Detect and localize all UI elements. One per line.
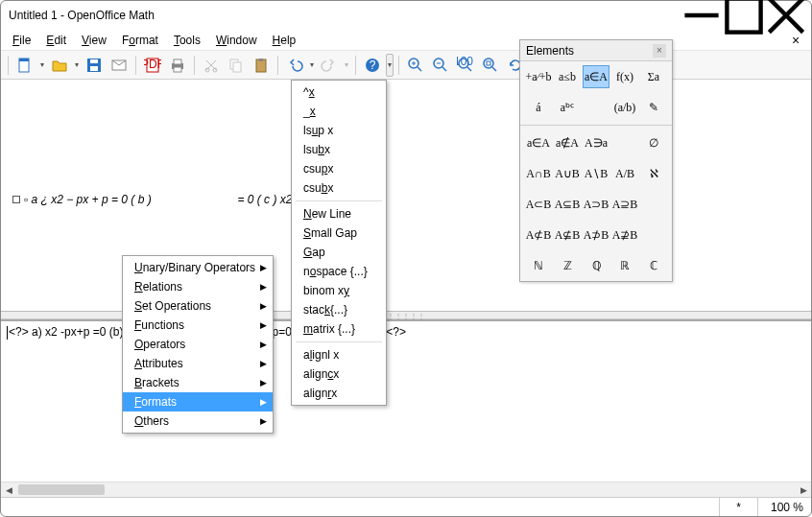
- copy-icon[interactable]: [225, 54, 248, 77]
- horizontal-scrollbar[interactable]: ◀ ▶: [1, 482, 811, 497]
- open-icon[interactable]: [48, 54, 71, 77]
- fmt-item-gap[interactable]: Gap: [292, 243, 386, 262]
- redo-dropdown[interactable]: ▾: [343, 54, 350, 77]
- elements-cell[interactable]: A⊉B: [611, 223, 638, 247]
- print-icon[interactable]: [166, 54, 189, 77]
- save-icon[interactable]: [83, 54, 106, 77]
- menu-file[interactable]: File: [5, 32, 38, 49]
- svg-rect-10: [174, 59, 181, 64]
- selection-handle-left[interactable]: [12, 196, 20, 203]
- elements-cell[interactable]: ℂ: [640, 254, 667, 277]
- elements-cell[interactable]: A∩B: [525, 162, 552, 185]
- elements-cell[interactable]: ℵ: [640, 162, 667, 185]
- ctx-item-others[interactable]: Others▶: [123, 411, 273, 431]
- zoom-page-icon[interactable]: [479, 54, 502, 77]
- minimize-button[interactable]: [681, 2, 723, 29]
- paste-icon[interactable]: [250, 54, 273, 77]
- cut-icon[interactable]: [200, 54, 223, 77]
- ctx-item-attributes[interactable]: Attributes▶: [123, 354, 273, 373]
- ctx-item-unary-binary-operators[interactable]: Unary/Binary Operators▶: [123, 258, 273, 277]
- elements-cell[interactable]: aᵇᶜ: [554, 96, 581, 119]
- menu-edit[interactable]: Edit: [38, 32, 74, 49]
- elements-cell[interactable]: ℤ: [554, 254, 581, 277]
- elements-cell[interactable]: A⊃B: [583, 193, 609, 216]
- close-document-button[interactable]: ×: [784, 33, 807, 48]
- elements-cell[interactable]: a∈A: [525, 131, 552, 154]
- fmt-item-csub-x[interactable]: csub x: [292, 178, 386, 198]
- elements-cell[interactable]: A∋a: [583, 131, 609, 154]
- help-icon[interactable]: ?: [361, 54, 384, 77]
- elements-cell[interactable]: A∪B: [554, 162, 581, 185]
- elements-cell[interactable]: A⊇B: [611, 193, 638, 216]
- menu-help[interactable]: Help: [265, 32, 304, 49]
- menu-view[interactable]: View: [74, 32, 114, 49]
- ctx-item-operators[interactable]: Operators▶: [123, 335, 273, 354]
- fmt-item-nospace[interactable]: nospace {...}: [292, 262, 386, 281]
- undo-dropdown[interactable]: ▾: [308, 54, 316, 77]
- zoom-in-icon[interactable]: [404, 54, 427, 77]
- elements-cell[interactable]: +a⁄+b: [525, 65, 552, 88]
- elements-cell[interactable]: A⊄B: [525, 223, 552, 247]
- fmt-item-alignc-x[interactable]: alignc x: [292, 364, 386, 384]
- menu-format[interactable]: Format: [114, 32, 166, 49]
- elements-cell[interactable]: á: [525, 96, 552, 119]
- elements-cell[interactable]: A⊅B: [583, 223, 609, 247]
- elements-cell[interactable]: A⊂B: [525, 193, 552, 216]
- elements-cell[interactable]: ✎: [640, 96, 667, 119]
- elements-cell[interactable]: (a/b): [611, 96, 638, 119]
- elements-cell[interactable]: a∉A: [554, 131, 581, 154]
- elements-cell[interactable]: ℕ: [525, 254, 552, 277]
- scroll-right-arrow[interactable]: ▶: [796, 482, 811, 498]
- fmt-item-new-line[interactable]: New Line: [292, 204, 386, 223]
- svg-text:PDF: PDF: [144, 58, 161, 71]
- elements-cell[interactable]: a≤b: [554, 65, 581, 88]
- elements-titlebar[interactable]: Elements ×: [520, 40, 672, 61]
- elements-cell[interactable]: A∖B: [583, 162, 609, 185]
- elements-cell[interactable]: A/B: [611, 162, 638, 185]
- ctx-item-formats[interactable]: Formats▶: [123, 392, 273, 411]
- elements-cell[interactable]: A⊆B: [554, 193, 581, 216]
- fmt-item-matrix[interactable]: matrix {...}: [292, 319, 386, 339]
- new-dropdown[interactable]: ▾: [38, 54, 46, 77]
- mail-icon[interactable]: [107, 54, 131, 77]
- elements-cell[interactable]: ∅: [640, 131, 667, 154]
- fmt-item-alignr-x[interactable]: alignr x: [292, 384, 386, 403]
- fmt-item-x[interactable]: ^x: [292, 82, 386, 102]
- zoom-out-icon[interactable]: [429, 54, 452, 77]
- ctx-item-brackets[interactable]: Brackets▶: [123, 373, 273, 392]
- fmt-item-binom-x-y[interactable]: binom x y: [292, 281, 386, 300]
- elements-cell[interactable]: a∈A: [583, 65, 609, 88]
- close-button[interactable]: [765, 2, 807, 29]
- ctx-item-set-operations[interactable]: Set Operations▶: [123, 296, 273, 316]
- undo-icon[interactable]: [283, 54, 306, 77]
- fmt-item-alignl-x[interactable]: alignl x: [292, 345, 386, 364]
- pdf-icon[interactable]: PDF: [141, 54, 164, 77]
- maximize-button[interactable]: [723, 2, 765, 29]
- elements-cell[interactable]: ℝ: [611, 254, 638, 277]
- open-dropdown[interactable]: ▾: [73, 54, 81, 77]
- elements-panel[interactable]: Elements × +a⁄+ba≤ba∈Af(x)Σa áaᵇᶜ(a/b)✎ …: [519, 39, 673, 282]
- elements-close-icon[interactable]: ×: [653, 44, 666, 58]
- fmt-item-stack[interactable]: stack {...}: [292, 300, 386, 319]
- elements-cell[interactable]: A⊈B: [554, 223, 581, 247]
- zoom-100-icon[interactable]: 100: [454, 54, 477, 77]
- redo-icon[interactable]: [318, 54, 341, 77]
- menu-window[interactable]: Window: [208, 32, 265, 49]
- svg-text:100: 100: [457, 57, 473, 68]
- ctx-item-functions[interactable]: Functions▶: [123, 316, 273, 335]
- toolbar-overflow[interactable]: ▾: [386, 54, 394, 77]
- ctx-item-relations[interactable]: Relations▶: [123, 277, 273, 296]
- new-icon[interactable]: [13, 54, 36, 77]
- elements-cell[interactable]: f(x): [611, 65, 638, 88]
- fmt-item-small-gap[interactable]: Small Gap: [292, 223, 386, 243]
- elements-cell[interactable]: Σa: [640, 65, 667, 88]
- fmt-item-lsup-x[interactable]: lsup x: [292, 121, 386, 140]
- scroll-left-arrow[interactable]: ◀: [1, 482, 16, 498]
- elements-cell[interactable]: ℚ: [583, 254, 609, 277]
- fmt-item-x[interactable]: _x: [292, 102, 386, 121]
- scroll-thumb[interactable]: [18, 484, 105, 495]
- fmt-item-lsub-x[interactable]: lsub x: [292, 140, 386, 159]
- fmt-item-csup-x[interactable]: csup x: [292, 159, 386, 178]
- menu-tools[interactable]: Tools: [166, 32, 208, 49]
- status-zoom[interactable]: 100 %: [757, 498, 811, 516]
